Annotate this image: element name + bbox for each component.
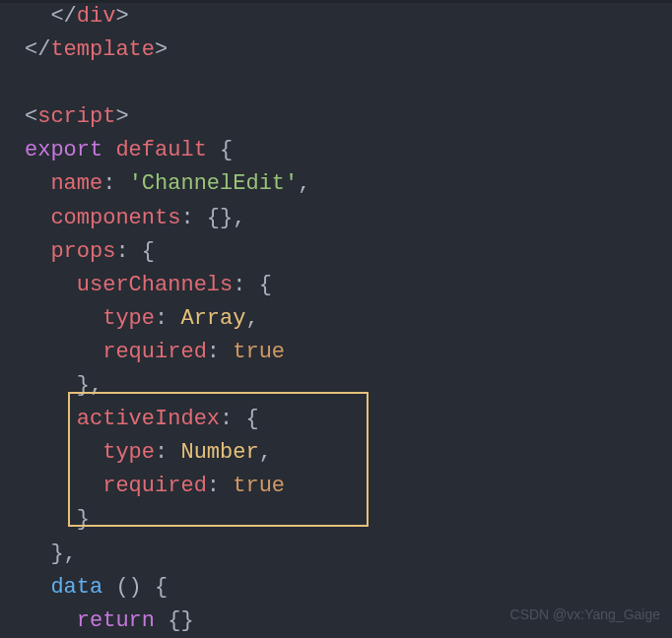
- class-array: Array: [180, 306, 245, 331]
- colon: :: [102, 171, 128, 196]
- code-line: props: {: [25, 235, 672, 269]
- code-line: components: {},: [25, 202, 672, 235]
- brace-close: },: [50, 542, 76, 566]
- brace: {: [207, 138, 233, 162]
- prop-activeindex: activeIndex: [77, 407, 220, 431]
- punct: : {: [220, 407, 259, 431]
- code-line: </div>: [25, 0, 672, 33]
- code-line: </template>: [25, 33, 672, 67]
- tag-end: >: [115, 4, 128, 29]
- keyword-return: return: [77, 608, 155, 633]
- code-line: userChannels: {: [25, 269, 672, 302]
- code-line: <script>: [25, 100, 672, 134]
- punct: : {: [115, 239, 155, 264]
- colon: :: [155, 440, 180, 465]
- code-line: required: true: [25, 470, 672, 503]
- comma: ,: [298, 171, 310, 196]
- colon: :: [207, 474, 233, 498]
- class-number: Number: [180, 440, 258, 465]
- prop-name: name: [50, 171, 102, 196]
- prop-type: type: [102, 440, 155, 465]
- code-line: },: [25, 369, 672, 403]
- tag-name: div: [77, 4, 116, 29]
- code-line-empty: [25, 67, 672, 100]
- punct: : {: [233, 273, 272, 297]
- prop-components: components: [50, 206, 180, 230]
- tag-end: >: [115, 104, 128, 129]
- comma: ,: [259, 440, 272, 465]
- code-line: }: [25, 503, 672, 537]
- code-line: type: Number,: [25, 436, 672, 470]
- prop-props: props: [50, 239, 115, 264]
- bool-true: true: [233, 340, 285, 364]
- watermark: CSDN @vx:Yang_Gaige: [510, 605, 660, 626]
- tag-name: script: [37, 104, 115, 129]
- tag-end: >: [155, 37, 168, 62]
- punct: {}: [155, 608, 194, 633]
- prop-type: type: [102, 306, 155, 331]
- code-editor: </div> </template> <script> export defau…: [0, 0, 672, 638]
- brace-close: },: [77, 373, 102, 398]
- code-line: type: Array,: [25, 302, 672, 336]
- punct: : {},: [180, 206, 245, 230]
- colon: :: [155, 306, 180, 331]
- tag-name: template: [50, 37, 155, 62]
- keyword-default: default: [115, 138, 206, 162]
- brace-close: }: [77, 507, 90, 532]
- func-data: data: [50, 575, 102, 600]
- colon: :: [207, 340, 233, 364]
- tag-close-bracket: </: [25, 37, 50, 62]
- punct: () {: [102, 575, 168, 600]
- prop-userchannels: userChannels: [77, 273, 233, 297]
- code-line: data () {: [25, 571, 672, 605]
- prop-required: required: [102, 340, 207, 364]
- string-value: 'ChannelEdit': [129, 171, 299, 196]
- code-line: required: true: [25, 336, 672, 369]
- tag-close-bracket: </: [50, 4, 76, 29]
- code-line: activeIndex: {: [25, 403, 672, 436]
- code-line: export default {: [25, 134, 672, 167]
- prop-required: required: [102, 474, 207, 498]
- code-line: name: 'ChannelEdit',: [25, 167, 672, 201]
- code-line: },: [25, 538, 672, 571]
- comma: ,: [245, 306, 258, 331]
- keyword-export: export: [25, 138, 102, 162]
- tag-open-bracket: <: [25, 104, 37, 129]
- bool-true: true: [233, 474, 285, 498]
